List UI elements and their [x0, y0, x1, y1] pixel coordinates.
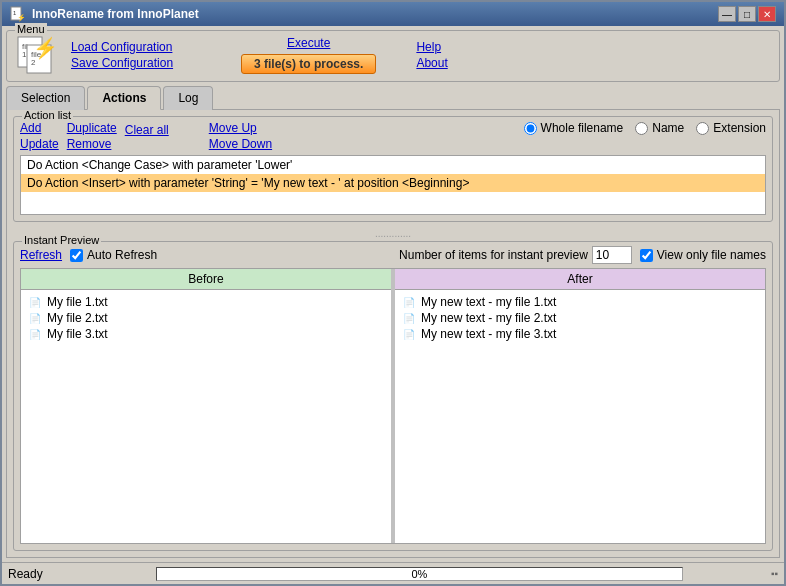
add-link[interactable]: Add — [20, 121, 59, 135]
tabs-bar: Selection Actions Log — [6, 86, 780, 110]
view-only-names-checkbox[interactable] — [640, 249, 653, 262]
execute-link[interactable]: Execute — [287, 36, 330, 50]
add-update-btns: Add Update — [20, 121, 59, 151]
app-logo: file 1 file 2 ⚡ — [15, 35, 63, 75]
action-row[interactable]: Do Action <Insert> with parameter 'Strin… — [21, 174, 765, 192]
list-item: 📄 My new text - my file 3.txt — [403, 326, 757, 342]
auto-refresh-label[interactable]: Auto Refresh — [70, 248, 157, 262]
list-item: 📄 My new text - my file 1.txt — [403, 294, 757, 310]
view-only-names-label[interactable]: View only file names — [640, 248, 766, 262]
action-toolbar: Add Update Duplicate Remove Clear all Mo… — [20, 121, 766, 151]
tab-actions[interactable]: Actions — [87, 86, 161, 110]
load-config-link[interactable]: Load Configuration — [71, 40, 201, 54]
num-items-area: Number of items for instant preview — [399, 246, 632, 264]
menu-row: file 1 file 2 ⚡ Load Configuration Save … — [15, 35, 771, 75]
filename-radio-group: Whole filename Name Extension — [524, 121, 766, 135]
instant-preview-group: Instant Preview Refresh Auto Refresh Num… — [13, 241, 773, 551]
refresh-link[interactable]: Refresh — [20, 248, 62, 262]
window-title: InnoRename from InnoPlanet — [32, 7, 199, 21]
file-icon: 📄 — [403, 329, 415, 340]
minimize-button[interactable]: — — [718, 6, 736, 22]
status-corner: ▪▪ — [771, 568, 778, 579]
content-area: Menu file 1 file 2 ⚡ Load Configuration — [2, 26, 784, 562]
main-panel: Action list Add Update Duplicate Remove … — [6, 109, 780, 558]
clear-all-link[interactable]: Clear all — [125, 123, 169, 137]
title-left: 1 ⚡ InnoRename from InnoPlanet — [10, 6, 199, 22]
dup-remove-btns: Duplicate Remove — [67, 121, 117, 151]
help-links: Help About — [416, 40, 476, 70]
auto-refresh-checkbox[interactable] — [70, 249, 83, 262]
divider-dots: ............. — [13, 228, 773, 239]
status-bar: Ready 0% ▪▪ — [2, 562, 784, 584]
maximize-button[interactable]: □ — [738, 6, 756, 22]
preview-tables: Before 📄 My file 1.txt 📄 My file 2.txt — [20, 268, 766, 544]
clear-btn: Clear all — [125, 121, 169, 137]
action-list-area: Do Action <Change Case> with parameter '… — [20, 155, 766, 215]
file-icon: 📄 — [403, 313, 415, 324]
tab-log[interactable]: Log — [163, 86, 213, 110]
svg-text:2: 2 — [31, 58, 36, 67]
list-item: 📄 My file 1.txt — [29, 294, 383, 310]
title-controls: — □ ✕ — [718, 6, 776, 22]
list-item: 📄 My file 3.txt — [29, 326, 383, 342]
app-icon: 1 ⚡ — [10, 6, 26, 22]
action-list-label: Action list — [22, 109, 73, 121]
title-bar: 1 ⚡ InnoRename from InnoPlanet — □ ✕ — [2, 2, 784, 26]
after-col: After 📄 My new text - my file 1.txt 📄 My… — [395, 269, 765, 543]
menu-group: Menu file 1 file 2 ⚡ Load Configuration — [6, 30, 780, 82]
before-header: Before — [21, 269, 391, 290]
num-items-input[interactable] — [592, 246, 632, 264]
config-links: Load Configuration Save Configuration — [71, 40, 201, 70]
svg-text:⚡: ⚡ — [17, 13, 26, 22]
radio-name[interactable]: Name — [635, 121, 684, 135]
action-row[interactable]: Do Action <Change Case> with parameter '… — [21, 156, 765, 174]
menu-label: Menu — [15, 23, 47, 35]
progress-bar: 0% — [156, 567, 683, 581]
list-item: 📄 My new text - my file 2.txt — [403, 310, 757, 326]
action-list-group: Action list Add Update Duplicate Remove … — [13, 116, 773, 222]
instant-preview-label: Instant Preview — [22, 234, 101, 246]
before-col: Before 📄 My file 1.txt 📄 My file 2.txt — [21, 269, 391, 543]
move-btns: Move Up Move Down — [209, 121, 272, 151]
svg-text:1: 1 — [22, 50, 27, 59]
file-icon: 📄 — [29, 313, 41, 324]
update-link[interactable]: Update — [20, 137, 59, 151]
preview-toolbar: Refresh Auto Refresh Number of items for… — [20, 246, 766, 264]
execute-button[interactable]: 3 file(s) to process. — [241, 54, 376, 74]
after-header: After — [395, 269, 765, 290]
before-items: 📄 My file 1.txt 📄 My file 2.txt 📄 My fil… — [21, 290, 391, 543]
radio-whole-filename[interactable]: Whole filename — [524, 121, 624, 135]
main-window: 1 ⚡ InnoRename from InnoPlanet — □ ✕ Men… — [0, 0, 786, 586]
close-button[interactable]: ✕ — [758, 6, 776, 22]
about-link[interactable]: About — [416, 56, 476, 70]
status-text: Ready — [8, 567, 68, 581]
move-up-link[interactable]: Move Up — [209, 121, 272, 135]
tab-selection[interactable]: Selection — [6, 86, 85, 110]
execute-area: Execute 3 file(s) to process. — [241, 36, 376, 74]
after-items: 📄 My new text - my file 1.txt 📄 My new t… — [395, 290, 765, 543]
progress-text: 0% — [412, 568, 428, 580]
remove-link[interactable]: Remove — [67, 137, 117, 151]
move-down-link[interactable]: Move Down — [209, 137, 272, 151]
save-config-link[interactable]: Save Configuration — [71, 56, 201, 70]
help-link[interactable]: Help — [416, 40, 476, 54]
file-icon: 📄 — [29, 297, 41, 308]
file-icon: 📄 — [29, 329, 41, 340]
file-icon: 📄 — [403, 297, 415, 308]
duplicate-link[interactable]: Duplicate — [67, 121, 117, 135]
list-item: 📄 My file 2.txt — [29, 310, 383, 326]
radio-extension[interactable]: Extension — [696, 121, 766, 135]
svg-text:⚡: ⚡ — [33, 36, 58, 60]
